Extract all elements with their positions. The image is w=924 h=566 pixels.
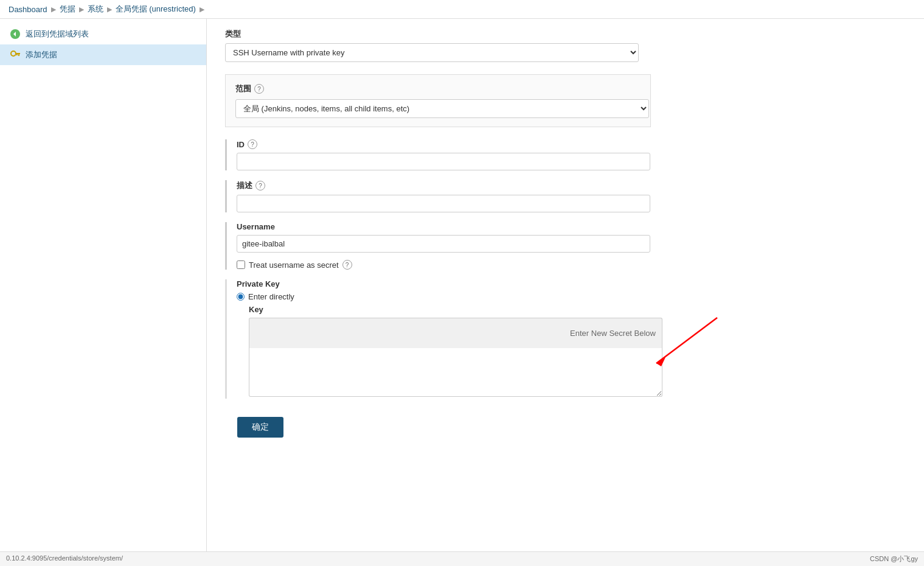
scope-help-icon[interactable]: ?	[254, 84, 264, 94]
description-help-icon[interactable]: ?	[255, 181, 265, 190]
svg-point-2	[11, 51, 16, 56]
back-arrow-icon	[10, 29, 21, 40]
breadcrumb-system[interactable]: 系统	[88, 4, 103, 15]
bottom-bar: 0.10.2.4:9095/credentials/store/system/ …	[0, 551, 924, 563]
key-icon	[10, 49, 21, 60]
id-section: ID ?	[225, 139, 651, 170]
scope-section: 范围 ? 全局 (Jenkins, nodes, items, all chil…	[225, 74, 651, 127]
svg-rect-4	[18, 54, 19, 56]
treat-secret-help-icon[interactable]: ?	[342, 260, 352, 270]
main-content: 类型 SSH Username with private keyUsername…	[207, 19, 924, 563]
enter-directly-label: Enter directly	[248, 292, 294, 301]
breadcrumb-global[interactable]: 全局凭据 (unrestricted)	[116, 4, 196, 15]
id-input[interactable]	[237, 153, 650, 170]
sidebar: 返回到凭据域列表 添加凭据	[0, 19, 207, 563]
type-section: 类型 SSH Username with private keyUsername…	[225, 29, 651, 62]
username-input[interactable]	[237, 235, 650, 253]
scope-label: 范围 ?	[235, 83, 641, 94]
breadcrumb-bar: Dashboard ▶ 凭据 ▶ 系统 ▶ 全局凭据 (unrestricted…	[0, 0, 924, 19]
enter-directly-radio[interactable]	[237, 293, 245, 301]
treat-secret-label: Treat username as secret	[249, 260, 339, 270]
breadcrumb-arrow-4: ▶	[200, 5, 204, 13]
annotation-container: Enter New Secret Below	[237, 318, 699, 399]
submit-section: 确定	[225, 411, 651, 438]
svg-rect-3	[15, 53, 20, 54]
breadcrumb-dashboard[interactable]: Dashboard	[9, 5, 47, 14]
submit-button[interactable]: 确定	[237, 417, 283, 438]
private-key-label: Private Key	[237, 279, 651, 288]
key-textarea[interactable]	[249, 348, 662, 397]
bottom-url: 0.10.2.4:9095/credentials/store/system/	[6, 554, 123, 563]
treat-secret-row: Treat username as secret ?	[237, 260, 651, 270]
description-section: 描述 ?	[225, 180, 651, 212]
breadcrumb-arrow-3: ▶	[107, 5, 112, 13]
scope-select[interactable]: 全局 (Jenkins, nodes, items, all child ite…	[235, 99, 649, 118]
key-textarea-wrapper: Enter New Secret Below	[249, 318, 662, 399]
description-input[interactable]	[237, 195, 650, 212]
main-layout: 返回到凭据域列表 添加凭据 类型 SSH Username with pr	[0, 19, 924, 563]
type-label: 类型	[225, 29, 651, 40]
description-label: 描述 ?	[237, 180, 651, 191]
username-label: Username	[237, 222, 651, 231]
type-select[interactable]: SSH Username with private keyUsername wi…	[225, 43, 639, 62]
sidebar-add-label: 添加凭据	[26, 49, 57, 60]
breadcrumb-credentials[interactable]: 凭据	[60, 4, 75, 15]
username-section: Username Treat username as secret ?	[225, 222, 651, 270]
sidebar-item-add[interactable]: 添加凭据	[0, 44, 206, 65]
enter-directly-row: Enter directly	[237, 292, 651, 301]
treat-secret-checkbox[interactable]	[237, 260, 245, 269]
sidebar-item-back[interactable]: 返回到凭据域列表	[0, 24, 206, 44]
enter-new-secret-label: Enter New Secret Below	[249, 318, 662, 348]
svg-rect-5	[16, 54, 18, 55]
svg-line-6	[656, 318, 717, 363]
breadcrumb-arrow-1: ▶	[51, 5, 56, 13]
id-label: ID ?	[237, 139, 651, 149]
key-label: Key	[237, 305, 651, 314]
sidebar-back-label: 返回到凭据域列表	[26, 29, 89, 40]
id-help-icon[interactable]: ?	[248, 139, 257, 149]
credential-form: 类型 SSH Username with private keyUsername…	[225, 29, 651, 438]
bottom-copyright: CSDN @小飞gy	[870, 554, 918, 563]
private-key-section: Private Key Enter directly Key Enter New…	[225, 279, 651, 399]
breadcrumb-arrow-2: ▶	[79, 5, 84, 13]
